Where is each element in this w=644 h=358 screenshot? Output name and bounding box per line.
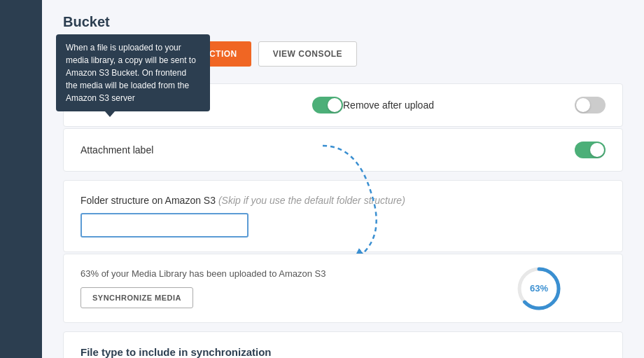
sidebar [0,0,42,358]
file-types-section: File type to include in synchronization [63,331,623,358]
folder-input[interactable] [80,213,248,237]
attachment-toggle-slider [575,142,606,158]
folder-section: Folder structure on Amazon S3 (Skip if y… [63,180,623,252]
progress-circle-container: 63% [514,264,564,313]
page-title: Bucket [63,14,623,30]
sync-text: 63% of your Media Library has been uploa… [80,268,326,279]
main-content: Bucket When a file is uploaded to your m… [42,0,644,358]
remove-label: Remove after upload [343,99,575,111]
progress-text: 63% [530,283,548,294]
sync-section: 63% of your Media Library has been uploa… [63,254,623,323]
attachment-toggle[interactable] [575,142,606,158]
tooltip: When a file is uploaded to your media li… [56,34,210,111]
folder-hint: (Skip if you use the default folder stru… [218,195,405,206]
sync-left: 63% of your Media Library has been uploa… [80,268,326,308]
sync-row: 63% of your Media Library has been uploa… [80,268,606,308]
copy-toggle-slider [312,97,343,113]
attachment-section: Attachment label [63,128,623,172]
attachment-label: Attachment label [80,144,575,156]
synchronize-button[interactable]: SYNCHRONIZE MEDIA [80,287,193,308]
remove-toggle[interactable] [575,97,606,113]
view-console-button[interactable]: VIEW CONSOLE [258,41,357,67]
attachment-row: Attachment label [64,129,622,171]
file-types-label: File type to include in synchronization [80,346,606,358]
remove-col: Remove after upload [343,97,606,113]
remove-toggle-slider [575,97,606,113]
folder-label: Folder structure on Amazon S3 (Skip if y… [80,195,606,206]
toolbar: When a file is uploaded to your media li… [63,41,623,67]
copy-toggle[interactable] [312,97,343,113]
